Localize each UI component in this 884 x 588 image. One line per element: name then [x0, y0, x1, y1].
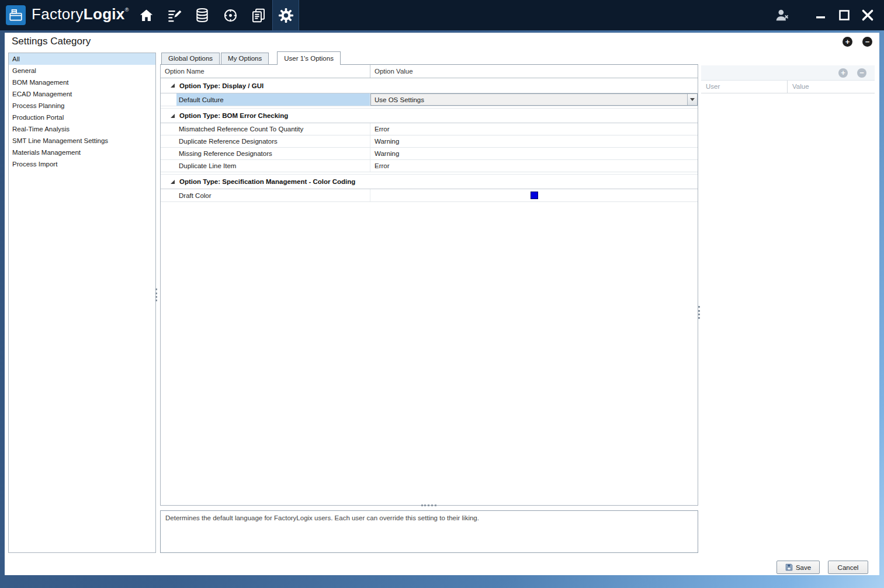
group-title: Option Type: BOM Error Checking	[179, 112, 288, 119]
user-overrides-header: User Value	[701, 81, 875, 93]
collapse-icon	[171, 180, 175, 184]
dropdown-selected-value: Use OS Settings	[375, 96, 424, 103]
option-value-cell: Warning	[370, 148, 698, 159]
app-title: FactoryLogix®	[32, 5, 129, 23]
tab-global-options[interactable]: Global Options	[161, 53, 220, 64]
description-splitter-handle[interactable]	[421, 505, 436, 506]
group-header-bom-error-checking[interactable]: Option Type: BOM Error Checking	[161, 108, 698, 123]
column-header-option-name[interactable]: Option Name	[161, 65, 370, 78]
sidebar-item-process-import[interactable]: Process Import	[9, 158, 155, 170]
nav-process-planning-button[interactable]	[160, 0, 188, 30]
option-row-duplicate-line-item[interactable]: Duplicate Line Item Error	[161, 160, 698, 172]
sidebar-item-general[interactable]: General	[9, 65, 155, 76]
maximize-icon	[837, 8, 851, 22]
option-name-cell: Draft Color	[161, 189, 370, 201]
gear-icon	[278, 7, 294, 24]
option-row-duplicate-reference-designators[interactable]: Duplicate Reference Designators Warning	[161, 135, 698, 148]
sidebar-splitter-handle[interactable]	[155, 288, 157, 301]
minimize-button[interactable]	[809, 0, 833, 30]
options-tabs: Global Options My Options User 1's Optio…	[161, 51, 342, 64]
option-row-missing-reference-designators[interactable]: Missing Reference Designators Warning	[161, 148, 698, 160]
documents-icon	[251, 8, 266, 23]
sidebar-item-materials-management[interactable]: Materials Management	[9, 147, 155, 158]
settings-category-list: All General BOM Management ECAD Manageme…	[8, 53, 156, 553]
option-value-label: Error	[375, 162, 390, 169]
right-panel-splitter-handle[interactable]	[698, 306, 700, 319]
sidebar-item-process-planning[interactable]: Process Planning	[9, 100, 155, 112]
group-header-display-gui[interactable]: Option Type: Display / GUI	[161, 78, 698, 93]
collapse-icon	[171, 114, 175, 118]
user-logout-icon	[775, 8, 790, 23]
user-overrides-toolbar: + −	[701, 65, 875, 81]
save-icon	[785, 563, 793, 571]
group-header-spec-color-coding[interactable]: Option Type: Specification Management - …	[161, 174, 698, 189]
collapse-icon	[171, 83, 175, 88]
add-user-override-icon[interactable]: +	[838, 68, 848, 78]
grid-header: Option Name Option Value	[161, 65, 698, 78]
option-name-cell: Duplicate Reference Designators	[161, 135, 370, 147]
maximize-button[interactable]	[833, 0, 856, 30]
option-value-label: Warning	[375, 150, 399, 157]
save-button[interactable]: Save	[776, 561, 820, 574]
sidebar-item-smt-line-management[interactable]: SMT Line Management Settings	[9, 135, 155, 147]
category-panel-tools: + −	[843, 37, 872, 47]
option-value-label: Error	[375, 126, 390, 133]
options-grid: Option Name Option Value Option Type: Di…	[160, 64, 698, 506]
remove-icon[interactable]: −	[862, 37, 872, 47]
cancel-button[interactable]: Cancel	[828, 561, 868, 574]
close-button[interactable]	[856, 0, 879, 30]
nav-documents-button[interactable]	[244, 0, 272, 30]
default-culture-dropdown[interactable]: Use OS Settings	[370, 93, 698, 106]
option-name-label: Duplicate Line Item	[161, 162, 236, 169]
sidebar-item-all[interactable]: All	[9, 53, 155, 65]
dropdown-arrow-button[interactable]	[687, 94, 697, 105]
home-icon	[138, 8, 154, 23]
option-name-cell: Missing Reference Designators	[161, 148, 370, 159]
main-nav	[132, 0, 299, 30]
disc-icon	[223, 8, 238, 23]
sidebar-item-production-portal[interactable]: Production Portal	[9, 112, 155, 123]
nav-settings-button[interactable]	[272, 0, 299, 30]
save-button-label: Save	[796, 564, 811, 571]
registered-mark: ®	[125, 7, 129, 13]
option-value-cell: Use OS Settings	[370, 93, 698, 106]
chevron-down-icon	[690, 98, 695, 101]
nav-home-button[interactable]	[132, 0, 160, 30]
sidebar-item-bom-management[interactable]: BOM Management	[9, 76, 155, 88]
draft-color-swatch[interactable]	[531, 192, 538, 199]
user-overrides-panel: + − User Value	[701, 65, 875, 553]
option-description-box: Determines the default language for Fact…	[160, 510, 698, 553]
minimize-icon	[814, 8, 828, 22]
tab-my-options[interactable]: My Options	[221, 53, 269, 64]
group-title: Option Type: Specification Management - …	[179, 178, 355, 185]
titlebar: FactoryLogix®	[0, 0, 884, 30]
option-row-mismatched-reference[interactable]: Mismatched Reference Count To Quantity E…	[161, 123, 698, 135]
column-header-value[interactable]: Value	[788, 81, 875, 93]
logout-button[interactable]	[771, 0, 794, 30]
option-value-cell: Error	[370, 160, 698, 172]
option-value-cell	[370, 189, 698, 201]
option-value-label: Warning	[375, 138, 399, 145]
row-indicator	[161, 93, 176, 106]
option-row-draft-color[interactable]: Draft Color	[161, 189, 698, 202]
window-controls	[771, 0, 879, 30]
option-row-default-culture[interactable]: Default Culture Use OS Settings	[161, 93, 698, 106]
nav-logistics-button[interactable]	[216, 0, 244, 30]
option-name-label: Mismatched Reference Count To Quantity	[161, 126, 303, 133]
nav-materials-button[interactable]	[188, 0, 216, 30]
sidebar-item-ecad-management[interactable]: ECAD Management	[9, 88, 155, 100]
sidebar-item-real-time-analysis[interactable]: Real-Time Analysis	[9, 123, 155, 135]
option-name-cell: Duplicate Line Item	[161, 160, 370, 172]
add-icon[interactable]: +	[843, 37, 852, 47]
page-title: Settings Category	[12, 36, 91, 47]
column-header-user[interactable]: User	[701, 81, 788, 93]
cancel-button-label: Cancel	[838, 564, 859, 571]
planning-edit-icon	[167, 8, 182, 23]
tab-user1-options[interactable]: User 1's Options	[277, 51, 341, 65]
remove-user-override-icon[interactable]: −	[857, 68, 866, 78]
option-name-cell: Default Culture	[161, 93, 370, 106]
column-header-option-value[interactable]: Option Value	[370, 65, 698, 78]
option-name-label: Missing Reference Designators	[161, 150, 272, 157]
option-name-label: Duplicate Reference Designators	[161, 138, 278, 145]
option-value-cell: Warning	[370, 135, 698, 147]
